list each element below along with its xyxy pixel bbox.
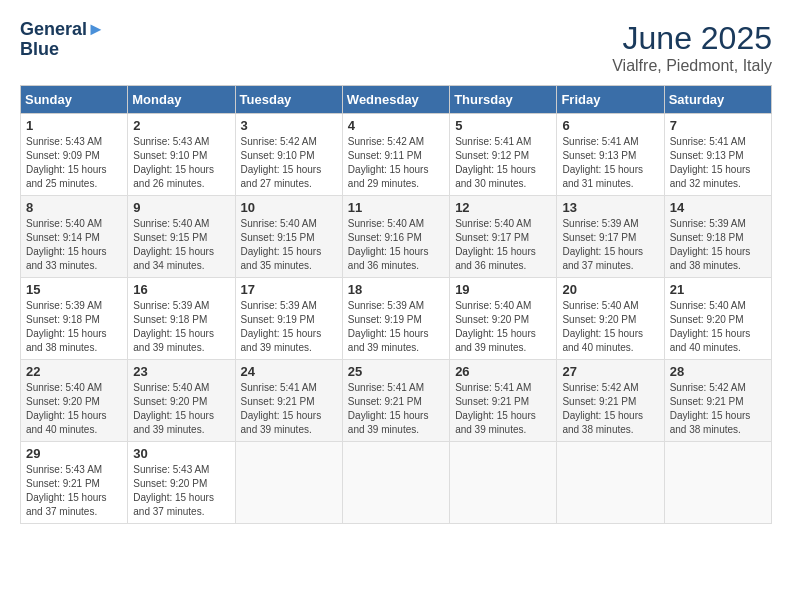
calendar-cell: 6Sunrise: 5:41 AM Sunset: 9:13 PM Daylig…: [557, 114, 664, 196]
day-header-tuesday: Tuesday: [235, 86, 342, 114]
day-number: 11: [348, 200, 444, 215]
day-number: 12: [455, 200, 551, 215]
day-info: Sunrise: 5:39 AM Sunset: 9:17 PM Dayligh…: [562, 217, 658, 273]
day-number: 26: [455, 364, 551, 379]
day-number: 2: [133, 118, 229, 133]
month-title: June 2025: [612, 20, 772, 57]
calendar-cell: 12Sunrise: 5:40 AM Sunset: 9:17 PM Dayli…: [450, 196, 557, 278]
calendar-cell: 23Sunrise: 5:40 AM Sunset: 9:20 PM Dayli…: [128, 360, 235, 442]
calendar-cell: 9Sunrise: 5:40 AM Sunset: 9:15 PM Daylig…: [128, 196, 235, 278]
day-number: 29: [26, 446, 122, 461]
day-number: 17: [241, 282, 337, 297]
day-number: 15: [26, 282, 122, 297]
day-info: Sunrise: 5:41 AM Sunset: 9:13 PM Dayligh…: [562, 135, 658, 191]
day-info: Sunrise: 5:40 AM Sunset: 9:20 PM Dayligh…: [26, 381, 122, 437]
day-number: 6: [562, 118, 658, 133]
calendar-cell: [557, 442, 664, 524]
calendar-cell: 18Sunrise: 5:39 AM Sunset: 9:19 PM Dayli…: [342, 278, 449, 360]
day-number: 7: [670, 118, 766, 133]
calendar-cell: 10Sunrise: 5:40 AM Sunset: 9:15 PM Dayli…: [235, 196, 342, 278]
day-info: Sunrise: 5:43 AM Sunset: 9:21 PM Dayligh…: [26, 463, 122, 519]
day-info: Sunrise: 5:40 AM Sunset: 9:17 PM Dayligh…: [455, 217, 551, 273]
calendar-cell: 22Sunrise: 5:40 AM Sunset: 9:20 PM Dayli…: [21, 360, 128, 442]
calendar-cell: 3Sunrise: 5:42 AM Sunset: 9:10 PM Daylig…: [235, 114, 342, 196]
day-number: 13: [562, 200, 658, 215]
location-text: Vialfre, Piedmont, Italy: [612, 57, 772, 75]
calendar-cell: 25Sunrise: 5:41 AM Sunset: 9:21 PM Dayli…: [342, 360, 449, 442]
day-info: Sunrise: 5:41 AM Sunset: 9:21 PM Dayligh…: [348, 381, 444, 437]
day-number: 16: [133, 282, 229, 297]
calendar-cell: [664, 442, 771, 524]
day-info: Sunrise: 5:40 AM Sunset: 9:20 PM Dayligh…: [455, 299, 551, 355]
day-number: 5: [455, 118, 551, 133]
calendar-cell: 28Sunrise: 5:42 AM Sunset: 9:21 PM Dayli…: [664, 360, 771, 442]
day-header-wednesday: Wednesday: [342, 86, 449, 114]
calendar-cell: 14Sunrise: 5:39 AM Sunset: 9:18 PM Dayli…: [664, 196, 771, 278]
calendar-cell: 24Sunrise: 5:41 AM Sunset: 9:21 PM Dayli…: [235, 360, 342, 442]
day-number: 22: [26, 364, 122, 379]
day-info: Sunrise: 5:40 AM Sunset: 9:15 PM Dayligh…: [133, 217, 229, 273]
day-info: Sunrise: 5:39 AM Sunset: 9:18 PM Dayligh…: [133, 299, 229, 355]
calendar-table: SundayMondayTuesdayWednesdayThursdayFrid…: [20, 85, 772, 524]
day-info: Sunrise: 5:41 AM Sunset: 9:13 PM Dayligh…: [670, 135, 766, 191]
day-number: 8: [26, 200, 122, 215]
logo: General►Blue: [20, 20, 105, 60]
calendar-cell: 2Sunrise: 5:43 AM Sunset: 9:10 PM Daylig…: [128, 114, 235, 196]
day-info: Sunrise: 5:43 AM Sunset: 9:20 PM Dayligh…: [133, 463, 229, 519]
calendar-cell: 29Sunrise: 5:43 AM Sunset: 9:21 PM Dayli…: [21, 442, 128, 524]
day-info: Sunrise: 5:39 AM Sunset: 9:19 PM Dayligh…: [348, 299, 444, 355]
day-number: 24: [241, 364, 337, 379]
calendar-cell: 27Sunrise: 5:42 AM Sunset: 9:21 PM Dayli…: [557, 360, 664, 442]
calendar-cell: 30Sunrise: 5:43 AM Sunset: 9:20 PM Dayli…: [128, 442, 235, 524]
day-info: Sunrise: 5:43 AM Sunset: 9:10 PM Dayligh…: [133, 135, 229, 191]
calendar-cell: 20Sunrise: 5:40 AM Sunset: 9:20 PM Dayli…: [557, 278, 664, 360]
day-info: Sunrise: 5:42 AM Sunset: 9:11 PM Dayligh…: [348, 135, 444, 191]
day-number: 30: [133, 446, 229, 461]
calendar-cell: [342, 442, 449, 524]
calendar-cell: 15Sunrise: 5:39 AM Sunset: 9:18 PM Dayli…: [21, 278, 128, 360]
calendar-cell: 7Sunrise: 5:41 AM Sunset: 9:13 PM Daylig…: [664, 114, 771, 196]
calendar-cell: 5Sunrise: 5:41 AM Sunset: 9:12 PM Daylig…: [450, 114, 557, 196]
calendar-cell: [235, 442, 342, 524]
day-info: Sunrise: 5:39 AM Sunset: 9:19 PM Dayligh…: [241, 299, 337, 355]
day-number: 9: [133, 200, 229, 215]
day-header-sunday: Sunday: [21, 86, 128, 114]
day-info: Sunrise: 5:42 AM Sunset: 9:10 PM Dayligh…: [241, 135, 337, 191]
day-number: 3: [241, 118, 337, 133]
calendar-week-row: 22Sunrise: 5:40 AM Sunset: 9:20 PM Dayli…: [21, 360, 772, 442]
day-number: 20: [562, 282, 658, 297]
day-info: Sunrise: 5:39 AM Sunset: 9:18 PM Dayligh…: [26, 299, 122, 355]
day-number: 27: [562, 364, 658, 379]
calendar-cell: 1Sunrise: 5:43 AM Sunset: 9:09 PM Daylig…: [21, 114, 128, 196]
day-number: 25: [348, 364, 444, 379]
calendar-week-row: 8Sunrise: 5:40 AM Sunset: 9:14 PM Daylig…: [21, 196, 772, 278]
day-info: Sunrise: 5:41 AM Sunset: 9:12 PM Dayligh…: [455, 135, 551, 191]
day-number: 10: [241, 200, 337, 215]
day-info: Sunrise: 5:42 AM Sunset: 9:21 PM Dayligh…: [670, 381, 766, 437]
day-header-monday: Monday: [128, 86, 235, 114]
day-number: 23: [133, 364, 229, 379]
calendar-week-row: 29Sunrise: 5:43 AM Sunset: 9:21 PM Dayli…: [21, 442, 772, 524]
day-number: 28: [670, 364, 766, 379]
page-header: General►Blue June 2025 Vialfre, Piedmont…: [20, 20, 772, 75]
day-header-thursday: Thursday: [450, 86, 557, 114]
calendar-cell: 17Sunrise: 5:39 AM Sunset: 9:19 PM Dayli…: [235, 278, 342, 360]
day-info: Sunrise: 5:43 AM Sunset: 9:09 PM Dayligh…: [26, 135, 122, 191]
calendar-cell: 26Sunrise: 5:41 AM Sunset: 9:21 PM Dayli…: [450, 360, 557, 442]
day-info: Sunrise: 5:40 AM Sunset: 9:20 PM Dayligh…: [670, 299, 766, 355]
calendar-cell: 4Sunrise: 5:42 AM Sunset: 9:11 PM Daylig…: [342, 114, 449, 196]
day-info: Sunrise: 5:41 AM Sunset: 9:21 PM Dayligh…: [241, 381, 337, 437]
day-info: Sunrise: 5:42 AM Sunset: 9:21 PM Dayligh…: [562, 381, 658, 437]
day-number: 4: [348, 118, 444, 133]
day-info: Sunrise: 5:40 AM Sunset: 9:20 PM Dayligh…: [133, 381, 229, 437]
calendar-week-row: 15Sunrise: 5:39 AM Sunset: 9:18 PM Dayli…: [21, 278, 772, 360]
day-info: Sunrise: 5:40 AM Sunset: 9:14 PM Dayligh…: [26, 217, 122, 273]
day-info: Sunrise: 5:39 AM Sunset: 9:18 PM Dayligh…: [670, 217, 766, 273]
day-number: 19: [455, 282, 551, 297]
day-info: Sunrise: 5:40 AM Sunset: 9:20 PM Dayligh…: [562, 299, 658, 355]
calendar-cell: 13Sunrise: 5:39 AM Sunset: 9:17 PM Dayli…: [557, 196, 664, 278]
day-number: 1: [26, 118, 122, 133]
title-block: June 2025 Vialfre, Piedmont, Italy: [612, 20, 772, 75]
day-info: Sunrise: 5:40 AM Sunset: 9:15 PM Dayligh…: [241, 217, 337, 273]
calendar-header-row: SundayMondayTuesdayWednesdayThursdayFrid…: [21, 86, 772, 114]
